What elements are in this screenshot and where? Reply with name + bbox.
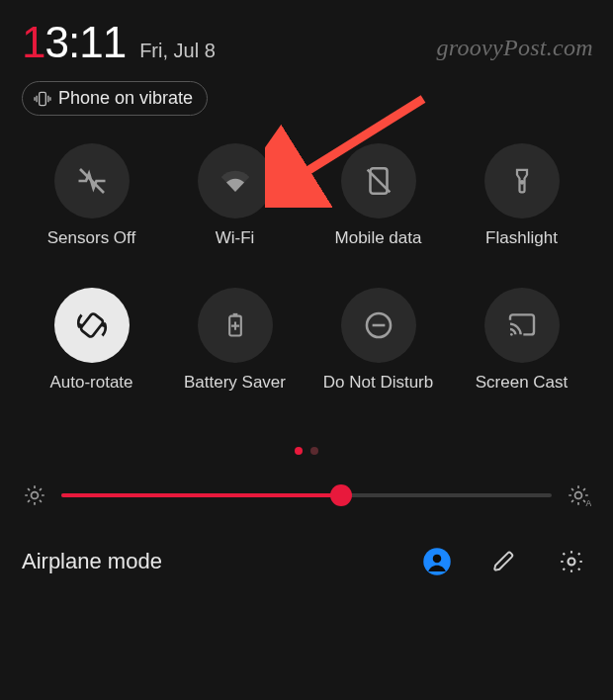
mobile-data-icon xyxy=(362,164,395,198)
user-button[interactable] xyxy=(417,542,457,581)
tile-dnd: Do Not Disturb xyxy=(308,288,448,393)
tile-button-battery-saver[interactable] xyxy=(198,288,273,363)
tile-label: Do Not Disturb xyxy=(323,373,433,393)
tile-label: Flashlight xyxy=(485,228,558,248)
svg-point-7 xyxy=(32,492,39,499)
auto-rotate-icon xyxy=(74,307,110,343)
brightness-low-icon xyxy=(22,482,47,508)
tile-label: Mobile data xyxy=(335,228,422,248)
tile-mobile-data: Mobile data xyxy=(308,143,448,248)
clock: 13:11 xyxy=(22,18,126,67)
pager-dot xyxy=(310,447,318,455)
tile-button-mobile-data[interactable] xyxy=(341,143,416,219)
tile-button-wifi[interactable] xyxy=(198,143,273,219)
sensors-off-icon xyxy=(74,163,110,199)
date-label: Fri, Jul 8 xyxy=(139,40,216,62)
settings-button[interactable] xyxy=(552,542,591,581)
tile-sensors-off: Sensors Off xyxy=(22,143,161,248)
wifi-icon xyxy=(217,162,254,200)
tile-wifi: Wi-Fi xyxy=(165,143,305,248)
svg-rect-3 xyxy=(79,312,103,337)
ringer-status-chip[interactable]: Phone on vibrate xyxy=(22,81,208,116)
tile-button-auto-rotate[interactable] xyxy=(54,288,130,363)
watermark-text: groovyPost.com xyxy=(436,35,593,61)
clock-rest: 3:11 xyxy=(44,18,126,66)
tile-label: Auto-rotate xyxy=(49,373,132,393)
tile-label: Sensors Off xyxy=(47,228,135,248)
brightness-row: A xyxy=(0,482,613,508)
tile-button-screen-cast[interactable] xyxy=(484,288,560,363)
tile-button-dnd[interactable] xyxy=(341,288,416,363)
svg-point-12 xyxy=(569,559,575,566)
dnd-icon xyxy=(362,308,395,342)
edit-button[interactable] xyxy=(484,542,524,581)
svg-rect-0 xyxy=(40,92,46,105)
svg-point-8 xyxy=(575,492,582,499)
flashlight-icon xyxy=(507,164,537,198)
bottom-bar: Airplane mode xyxy=(0,542,613,581)
svg-point-6 xyxy=(510,333,513,336)
cast-icon xyxy=(504,309,540,341)
bottom-label[interactable]: Airplane mode xyxy=(22,549,390,574)
brightness-knob[interactable] xyxy=(330,484,352,506)
clock-hour-first: 1 xyxy=(22,18,44,66)
tile-label: Wi-Fi xyxy=(216,228,255,248)
quick-settings-grid: Sensors OffWi-FiMobile dataFlashlightAut… xyxy=(0,116,613,402)
tile-screen-cast: Screen Cast xyxy=(452,288,591,393)
tile-button-sensors-off[interactable] xyxy=(54,143,130,219)
svg-point-11 xyxy=(433,555,442,564)
tile-label: Screen Cast xyxy=(476,373,569,393)
svg-point-2 xyxy=(520,181,523,184)
battery-saver-icon xyxy=(221,308,249,342)
tile-auto-rotate: Auto-rotate xyxy=(22,288,161,393)
pager-dot xyxy=(295,447,303,455)
tile-button-flashlight[interactable] xyxy=(484,143,560,219)
svg-text:A: A xyxy=(586,498,591,508)
tile-flashlight: Flashlight xyxy=(452,143,591,248)
brightness-slider[interactable] xyxy=(61,493,552,497)
vibrate-icon xyxy=(33,89,52,109)
tile-label: Battery Saver xyxy=(184,373,286,393)
tile-battery-saver: Battery Saver xyxy=(165,288,305,393)
pager-dots[interactable] xyxy=(0,447,613,455)
ringer-status-label: Phone on vibrate xyxy=(58,88,193,109)
brightness-auto-icon: A xyxy=(566,482,591,508)
